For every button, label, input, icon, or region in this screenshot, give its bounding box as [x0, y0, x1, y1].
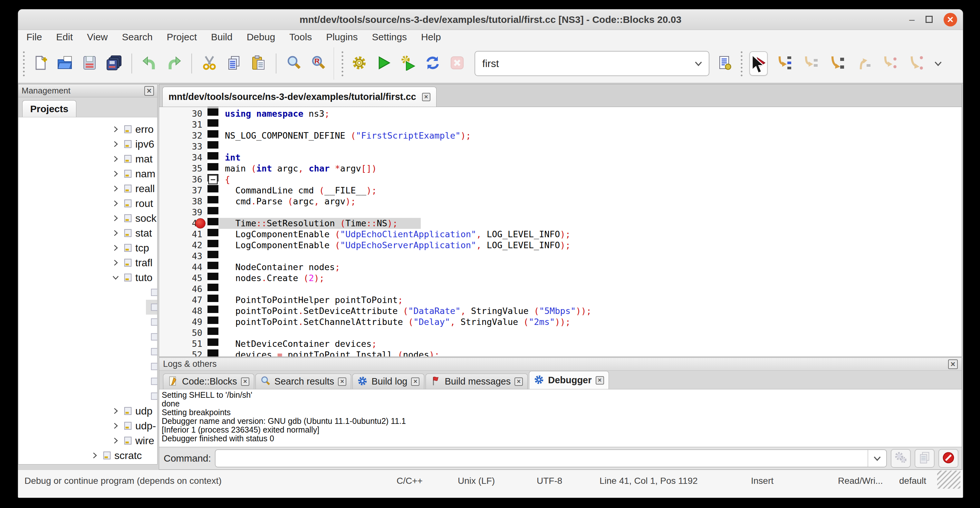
tree-item-stat[interactable]: stat: [18, 226, 157, 240]
tree-item-erro[interactable]: erro: [18, 122, 157, 137]
tree-item-he[interactable]: he: [18, 330, 157, 344]
code-line-49[interactable]: pointToPoint.SetChannelAttribute ("Delay…: [225, 317, 962, 328]
logs-tab-build-messages[interactable]: Build messages✕: [426, 374, 528, 389]
code-line-36[interactable]: {: [225, 174, 962, 185]
tree-item-nam[interactable]: nam: [18, 166, 157, 181]
logs-tab-code-blocks[interactable]: Code::Blocks✕: [163, 374, 254, 389]
menu-view[interactable]: View: [87, 32, 108, 43]
menu-plugins[interactable]: Plugins: [326, 32, 358, 43]
code-area[interactable]: 3031323334353637383940414243444546474849…: [159, 107, 962, 357]
code-line-38[interactable]: cmd.Parse (argc, argv);: [225, 196, 962, 207]
tree-item-fo[interactable]: fo: [18, 315, 157, 330]
code-line-42[interactable]: LogComponentEnable ("UdpEchoServerApplic…: [225, 240, 962, 251]
tree-item-si[interactable]: si: [18, 374, 157, 389]
build-target-options-button[interactable]: [716, 54, 733, 73]
menu-project[interactable]: Project: [167, 32, 197, 43]
code-line-37[interactable]: CommandLine cmd (__FILE__);: [225, 185, 962, 196]
editor-tab-close-icon[interactable]: ✕: [422, 93, 430, 101]
close-button[interactable]: ✕: [943, 13, 957, 26]
project-tree[interactable]: erroipv6matnamreallroutsockstattcptraflt…: [18, 117, 157, 464]
chevron-right-icon[interactable]: [110, 124, 121, 135]
cut-button[interactable]: [201, 54, 218, 73]
chevron-right-icon[interactable]: [110, 168, 121, 179]
tab-close-icon[interactable]: ✕: [514, 377, 523, 386]
code-line-47[interactable]: PointToPointHelper pointToPoint;: [225, 295, 962, 306]
next-instruction-button[interactable]: [881, 54, 899, 73]
tree-item-udp[interactable]: udp: [18, 404, 157, 419]
step-into-instruction-button[interactable]: [907, 54, 925, 73]
rebuild-button[interactable]: [424, 54, 441, 73]
chevron-right-icon[interactable]: [110, 242, 121, 253]
chevron-right-icon[interactable]: [110, 139, 121, 150]
breakpoint-marker[interactable]: [195, 218, 205, 229]
code-line-39[interactable]: [225, 207, 962, 218]
chevron-right-icon[interactable]: [110, 183, 121, 194]
editor-tab-first-cc[interactable]: mnt/dev/tools/source/ns-3-dev/examples/t…: [162, 87, 436, 107]
tree-item-udp-[interactable]: udp-: [18, 419, 157, 433]
tree-item-fir-selected[interactable]: fir: [18, 300, 157, 315]
toolbar-grip[interactable]: [22, 50, 26, 77]
code-line-45[interactable]: nodes.Create (2);: [225, 273, 962, 283]
code-line-33[interactable]: [225, 141, 962, 152]
build-and-run-button[interactable]: [399, 54, 417, 73]
menu-help[interactable]: Help: [421, 32, 441, 43]
tab-close-icon[interactable]: ✕: [241, 377, 249, 386]
save-button[interactable]: [81, 54, 98, 73]
command-dropdown[interactable]: [867, 450, 886, 467]
code-line-50[interactable]: [225, 328, 962, 338]
logs-tab-search-results[interactable]: Search results✕: [256, 374, 351, 389]
build-button[interactable]: [350, 54, 368, 73]
tree-item-mat[interactable]: mat: [18, 151, 157, 166]
new-file-button[interactable]: [32, 54, 49, 73]
code-line-31[interactable]: [225, 119, 962, 130]
code-line-44[interactable]: NodeContainer nodes;: [225, 262, 962, 273]
code-line-48[interactable]: pointToPoint.SetDeviceAttribute ("DataRa…: [225, 306, 962, 317]
chevron-right-icon[interactable]: [110, 257, 121, 268]
tree-item-se[interactable]: se: [18, 359, 157, 374]
tab-projects[interactable]: Projects: [22, 100, 76, 117]
chevron-right-icon[interactable]: [110, 228, 121, 239]
tree-item-tuto[interactable]: tuto: [18, 270, 157, 285]
management-close-icon[interactable]: ✕: [144, 86, 154, 96]
tree-item-th[interactable]: th: [18, 389, 157, 404]
run-button[interactable]: [375, 54, 392, 73]
minimize-button[interactable]: –: [909, 15, 915, 24]
tab-close-icon[interactable]: ✕: [338, 377, 346, 386]
redo-button[interactable]: [165, 54, 183, 73]
tree-item-reall[interactable]: reall: [18, 181, 157, 196]
code-line-35[interactable]: main (int argc, char *argv[]): [225, 163, 962, 174]
fold-margin[interactable]: [207, 107, 218, 357]
menu-tools[interactable]: Tools: [289, 32, 312, 43]
maximize-button[interactable]: [926, 15, 933, 24]
debugger-log[interactable]: Setting SHELL to '/bin/sh'doneSetting br…: [159, 389, 962, 447]
menu-file[interactable]: File: [26, 32, 42, 43]
toolbar-overflow-chevron[interactable]: [929, 44, 947, 83]
chevron-right-icon[interactable]: [89, 450, 100, 461]
code-line-51[interactable]: NetDeviceContainer devices;: [225, 338, 962, 349]
code-line-34[interactable]: int: [225, 152, 962, 163]
code-line-32[interactable]: NS_LOG_COMPONENT_DEFINE ("FirstScriptExa…: [225, 130, 962, 141]
debugger-settings-button[interactable]: [891, 449, 911, 468]
compiler-toolbar-grip[interactable]: [340, 50, 344, 77]
build-target-combobox[interactable]: [474, 51, 710, 76]
tree-item-ipv6[interactable]: ipv6: [18, 137, 157, 151]
chevron-right-icon[interactable]: [110, 153, 121, 164]
code-line-52[interactable]: devices = pointToPoint.Install (nodes);: [225, 349, 962, 357]
copy-button[interactable]: [225, 54, 243, 73]
chevron-right-icon[interactable]: [110, 420, 121, 431]
find-button[interactable]: [285, 54, 302, 73]
tree-item-sock[interactable]: sock: [18, 211, 157, 226]
run-to-cursor-button[interactable]: [775, 54, 793, 73]
next-line-button[interactable]: [802, 54, 819, 73]
menu-search[interactable]: Search: [122, 32, 153, 43]
build-target-input[interactable]: [475, 58, 688, 70]
save-all-button[interactable]: [105, 54, 123, 73]
chevron-right-icon[interactable]: [110, 213, 121, 224]
step-into-button[interactable]: [828, 54, 846, 73]
code-line-40[interactable]: Time::SetResolution (Time::NS);: [225, 218, 962, 229]
code-line-41[interactable]: LogComponentEnable ("UdpEchoClientApplic…: [225, 229, 962, 240]
code-line-30[interactable]: using namespace ns3;: [225, 108, 962, 119]
fold-collapse-icon[interactable]: [208, 175, 218, 185]
find-replace-button[interactable]: R: [310, 54, 327, 73]
command-combobox[interactable]: [215, 449, 887, 467]
